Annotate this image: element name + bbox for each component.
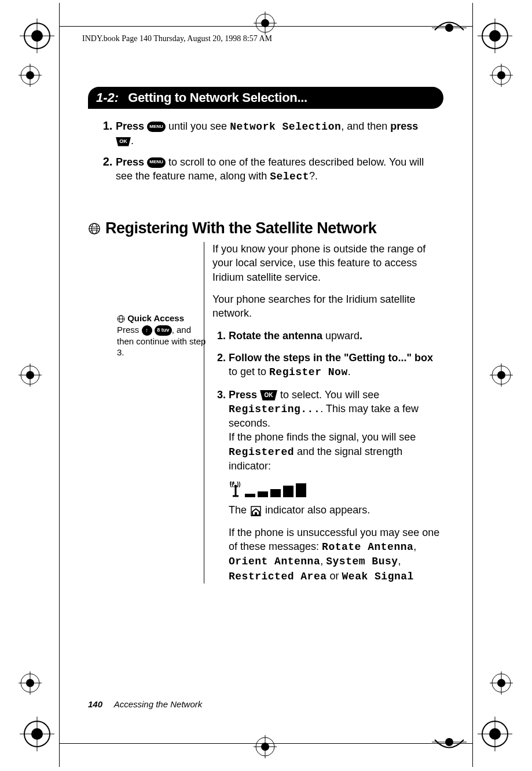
step-2: Press MENU to scroll to one of the featu… <box>116 154 437 184</box>
section-number: 1-2: <box>96 90 119 105</box>
text: If the phone finds the signal, you will … <box>229 431 416 443</box>
section-title: Getting to Network Selection... <box>128 90 307 105</box>
frame-line <box>59 3 60 767</box>
para: If the phone finds the signal, you will … <box>229 430 444 473</box>
text: to select. You will see <box>277 389 379 401</box>
text: Follow the steps in the "Getting to..." … <box>229 352 433 364</box>
svg-text:)): )) <box>237 481 241 487</box>
text: . <box>348 366 351 377</box>
step-1: Press MENU until you see Network Selecti… <box>116 118 437 148</box>
substep-2: Follow the steps in the "Getting to..." … <box>229 351 444 380</box>
svg-rect-61 <box>255 512 257 515</box>
subsection-title: Registering With the Satellite Network <box>105 219 376 237</box>
crop-ornament-bottom-right <box>478 717 512 751</box>
text: Press <box>117 325 142 335</box>
frame-line <box>59 26 473 27</box>
word-press: Press <box>116 120 147 132</box>
text: . <box>131 135 134 146</box>
word-press: press <box>390 120 418 132</box>
text: , <box>413 541 416 552</box>
substep-3: Press OK to select. You will see Registe… <box>229 388 444 583</box>
lcd-text: System Busy <box>326 556 398 567</box>
text: , <box>398 555 401 567</box>
text: upward <box>322 330 359 342</box>
globe-icon <box>117 315 125 323</box>
ok-button-icon: OK <box>116 137 131 146</box>
menu-button-icon: MENU <box>147 122 166 132</box>
reg-right-bot <box>490 671 513 695</box>
crop-ornament-top-right <box>478 19 512 53</box>
intro-para-2: Your phone searches for the Iridium sate… <box>212 292 444 321</box>
signal-bar <box>245 494 255 497</box>
substep-1: Rotate the antenna upward. <box>229 329 444 343</box>
quick-access-sidebar: Quick Access Press ↑ 8 tuv, and then con… <box>117 313 210 358</box>
up-button-icon: ↑ <box>142 325 152 336</box>
text: , and then <box>341 120 390 132</box>
crop-ornament-bottom-left <box>20 717 54 751</box>
text: to get to <box>229 366 269 377</box>
globe-icon <box>88 222 101 235</box>
getting-to-box: Press MENU until you see Network Selecti… <box>88 112 444 196</box>
running-head: INDY.book Page 140 Thursday, August 20, … <box>82 34 272 43</box>
sidebar-title: Quick Access <box>127 313 184 323</box>
signal-bar <box>296 483 306 497</box>
signal-bar <box>270 489 281 497</box>
svg-point-57 <box>234 485 237 488</box>
lcd-text: Orient Antenna <box>229 556 320 567</box>
subsection-heading: Registering With the Satellite Network <box>88 219 444 237</box>
text: indicator also appears. <box>265 504 370 516</box>
word-press: Press <box>116 156 147 168</box>
frame-line <box>472 3 473 767</box>
text: ?. <box>309 170 318 182</box>
text: until you see <box>166 120 230 132</box>
reg-left-mid <box>19 364 42 387</box>
lcd-text: Registering... <box>229 403 320 415</box>
body-column: If you know your phone is outside the ra… <box>204 242 444 583</box>
page-frame: INDY.book Page 140 Thursday, August 20, … <box>59 3 473 767</box>
lcd-text: Register Now <box>269 366 348 378</box>
eight-button-icon: 8 tuv <box>155 325 172 336</box>
svg-text:((: (( <box>230 481 234 487</box>
text: The <box>229 504 250 516</box>
section-heading: 1-2: Getting to Network Selection... <box>88 87 443 109</box>
frame-line <box>59 743 473 744</box>
ok-button-icon: OK <box>260 390 277 401</box>
crop-ornament-top-left <box>20 19 54 53</box>
intro-para-1: If you know your phone is outside the ra… <box>212 242 444 284</box>
lcd-text: Rotate Antenna <box>322 541 413 553</box>
text: . <box>359 330 362 342</box>
reg-left-bot <box>19 671 42 695</box>
signal-strength-indicator: (()) <box>229 481 444 497</box>
page-footer: 140 Accessing the Network <box>88 699 202 709</box>
signal-bar <box>258 491 268 497</box>
antenna-icon: (()) <box>229 481 243 497</box>
lcd-text: Weak Signal <box>342 571 414 582</box>
lcd-text: Restricted Area <box>229 571 327 582</box>
lcd-text: Network Selection <box>230 121 341 133</box>
signal-bar <box>283 486 293 497</box>
page-number: 140 <box>88 699 102 709</box>
text: or <box>327 570 342 582</box>
reg-right-top <box>490 64 513 87</box>
lcd-text: Select <box>270 171 309 182</box>
reg-left-top <box>19 64 42 87</box>
para: The indicator also appears. <box>229 503 444 517</box>
para: If the phone is unsuccessful you may see… <box>229 526 444 583</box>
menu-button-icon: MENU <box>147 157 166 168</box>
lcd-text: Registered <box>229 446 294 458</box>
text: , <box>320 555 326 567</box>
text: Rotate the antenna <box>229 330 322 342</box>
footer-title: Accessing the Network <box>114 699 203 709</box>
home-icon <box>250 505 262 517</box>
reg-right-mid <box>490 364 513 387</box>
word-press: Press <box>229 389 260 401</box>
